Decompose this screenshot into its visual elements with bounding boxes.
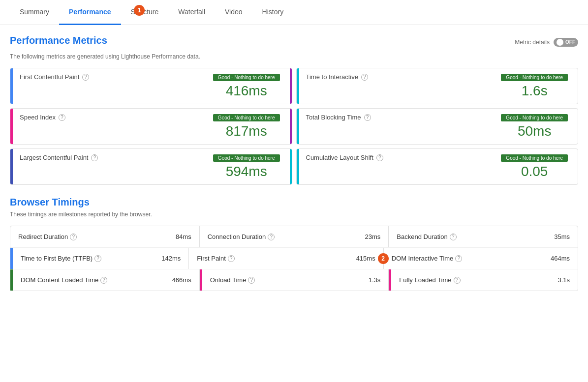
fully-loaded-help[interactable]: ? [454, 277, 461, 284]
timing-fully-loaded: Fully Loaded Time ? 3.1s [389, 269, 578, 291]
dom-interactive-value: 464ms [551, 255, 570, 262]
fully-loaded-label-group: Fully Loaded Time ? [399, 276, 460, 284]
onload-label-group: Onload Time ? [210, 276, 255, 284]
redirect-label: Redirect Duration [18, 233, 68, 240]
onload-value: 1.3s [369, 276, 381, 284]
backend-value: 35ms [554, 233, 570, 240]
fp-help[interactable]: ? [228, 255, 235, 262]
connection-label: Connection Duration [208, 233, 266, 240]
tbt-content: Total Blocking Time ? [299, 109, 496, 144]
tab-video[interactable]: Video [215, 0, 252, 25]
tti-label: Time to Interactive ? [306, 73, 490, 81]
cls-help-icon[interactable]: ? [376, 154, 383, 161]
connection-help[interactable]: ? [268, 234, 275, 240]
tabs-bar: Summary Performance 1 Structure Waterfal… [0, 0, 588, 25]
fp-label-group: First Paint ? [197, 255, 235, 262]
fcp-help-icon[interactable]: ? [82, 74, 89, 81]
tti-value-box: Good - Nothing to do here 1.6s [496, 68, 578, 104]
lcp-badge: Good - Nothing to do here [213, 154, 280, 162]
fcp-value-box: Good - Nothing to do here 416ms [208, 68, 290, 104]
si-content: Speed Index ? [13, 109, 208, 144]
fully-loaded-label: Fully Loaded Time [399, 276, 451, 284]
metric-card-tbt: Total Blocking Time ? Good - Nothing to … [296, 108, 579, 145]
redirect-value: 84ms [176, 233, 191, 240]
backend-help[interactable]: ? [450, 234, 457, 240]
redirect-help[interactable]: ? [70, 234, 77, 240]
dom-interactive-label-group: DOM Interactive Time ? [392, 255, 463, 262]
onload-help[interactable]: ? [248, 277, 255, 284]
lcp-help-icon[interactable]: ? [91, 154, 98, 161]
fully-loaded-inner: Fully Loaded Time ? 3.1s [391, 269, 578, 291]
timing-row-3: DOM Content Loaded Time ? 466ms Onload T… [10, 269, 578, 291]
browser-title: Browser Timings [10, 197, 578, 208]
badge-2: 2 [378, 253, 389, 264]
timing-dom-content: DOM Content Loaded Time ? 466ms [10, 269, 200, 291]
tti-badge: Good - Nothing to do here [501, 74, 568, 81]
fcp-label: First Contentful Paint ? [20, 73, 201, 81]
tti-content: Time to Interactive ? [299, 68, 496, 104]
fcp-divider [290, 68, 292, 104]
metric-details-row: Performance Metrics Metric details OFF [10, 35, 578, 49]
tab-history[interactable]: History [252, 0, 294, 25]
metric-details-toggle[interactable]: OFF [554, 38, 578, 47]
tbt-value-box: Good - Nothing to do here 50ms [496, 109, 578, 144]
toggle-label: OFF [565, 39, 575, 45]
ttfb-value: 142ms [161, 255, 181, 262]
tab-structure[interactable]: Structure [121, 0, 169, 25]
fp-value: 415ms [356, 255, 375, 262]
cls-label: Cumulative Layout Shift ? [306, 154, 490, 161]
dom-content-inner: DOM Content Loaded Time ? 466ms [13, 269, 199, 291]
lcp-value-box: Good - Nothing to do here 594ms [208, 149, 290, 184]
si-value: 817ms [213, 123, 280, 139]
browser-grid: Redirect Duration ? 84ms Connection Dura… [10, 226, 578, 291]
metric-card-cls: Cumulative Layout Shift ? Good - Nothing… [296, 148, 579, 185]
browser-description: These timings are milestones reported by… [10, 211, 578, 218]
performance-description: The following metrics are generated usin… [10, 53, 578, 60]
si-help-icon[interactable]: ? [59, 114, 65, 121]
dom-interactive-help[interactable]: ? [455, 255, 462, 262]
fully-loaded-value: 3.1s [557, 276, 570, 284]
timing-row-1: Redirect Duration ? 84ms Connection Dura… [10, 226, 578, 248]
tbt-label: Total Blocking Time ? [306, 114, 490, 121]
redirect-label-group: Redirect Duration ? [18, 233, 77, 240]
lcp-label: Largest Contentful Paint ? [20, 154, 201, 161]
metric-card-si: Speed Index ? Good - Nothing to do here … [10, 108, 292, 145]
timing-row-2: Time to First Byte (TTFB) ? 142ms First … [10, 248, 578, 269]
ttfb-label-group: Time to First Byte (TTFB) ? [21, 255, 101, 262]
dom-content-help[interactable]: ? [100, 277, 107, 284]
main-content: Performance Metrics Metric details OFF T… [0, 25, 588, 301]
tti-value: 1.6s [501, 83, 568, 99]
si-label: Speed Index ? [20, 114, 201, 121]
fcp-value: 416ms [213, 83, 280, 99]
ttfb-help[interactable]: ? [94, 255, 101, 262]
badge-1: 1 [134, 5, 145, 16]
tab-performance[interactable]: Performance [59, 0, 121, 25]
tti-help-icon[interactable]: ? [361, 74, 368, 81]
dom-interactive-label: DOM Interactive Time [392, 255, 454, 262]
backend-label: Backend Duration [397, 233, 447, 240]
fp-label: First Paint [197, 255, 226, 262]
cls-content: Cumulative Layout Shift ? [299, 149, 496, 184]
backend-label-group: Backend Duration ? [397, 233, 456, 240]
dom-content-label-group: DOM Content Loaded Time ? [21, 276, 107, 284]
metric-card-lcp: Largest Contentful Paint ? Good - Nothin… [10, 148, 292, 185]
tbt-badge: Good - Nothing to do here [501, 114, 568, 121]
dom-content-label: DOM Content Loaded Time [21, 276, 98, 284]
browser-section: Browser Timings These timings are milest… [10, 197, 578, 291]
metric-card-fcp: First Contentful Paint ? Good - Nothing … [10, 68, 292, 104]
fcp-badge: Good - Nothing to do here [213, 74, 280, 81]
tab-summary[interactable]: Summary [10, 0, 59, 25]
metric-card-tti: Time to Interactive ? Good - Nothing to … [296, 68, 579, 104]
tab-waterfall[interactable]: Waterfall [168, 0, 215, 25]
connection-label-group: Connection Duration ? [208, 233, 275, 240]
onload-label: Onload Time [210, 276, 247, 284]
timing-onload: Onload Time ? 1.3s [200, 269, 389, 291]
cls-value-box: Good - Nothing to do here 0.05 [496, 149, 578, 184]
tbt-help-icon[interactable]: ? [364, 114, 371, 121]
timing-redirect: Redirect Duration ? 84ms [10, 226, 200, 247]
toggle-knob [557, 39, 563, 46]
metrics-grid: First Contentful Paint ? Good - Nothing … [10, 68, 578, 185]
ttfb-inner: Time to First Byte (TTFB) ? 142ms [13, 248, 188, 269]
timing-dom-interactive: DOM Interactive Time ? 464ms [384, 248, 578, 269]
cls-value: 0.05 [501, 164, 568, 179]
